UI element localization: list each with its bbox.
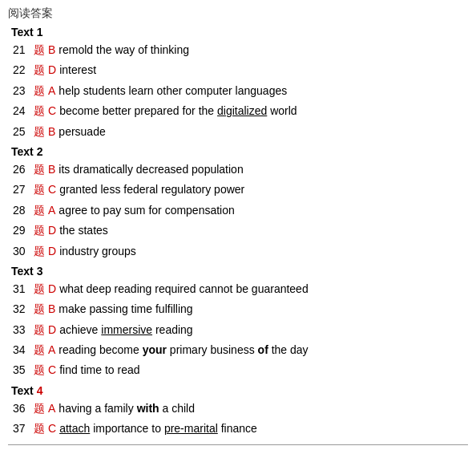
answer-num-21: 21 <box>13 41 34 59</box>
answer-content-35: find time to read <box>59 361 139 379</box>
answer-ti-33: 题 <box>34 322 45 339</box>
answer-letter-27: C <box>48 180 56 198</box>
answer-num-27: 27 <box>13 180 34 198</box>
answer-ti-28: 题 <box>34 202 45 220</box>
answer-num-32: 32 <box>13 300 34 318</box>
answer-num-33: 33 <box>13 321 34 339</box>
answer-num-31: 31 <box>13 280 34 298</box>
answer-ti-36: 题 <box>34 400 45 418</box>
answer-content-29: the states <box>59 221 108 239</box>
underline-immersive: immersive <box>101 323 152 336</box>
answer-content-27: granted less federal regulatory power <box>59 180 244 198</box>
answer-row-22: 22 题 D interest <box>8 60 468 80</box>
answer-num-23: 23 <box>13 82 34 99</box>
answer-content-22: interest <box>59 61 96 79</box>
answer-letter-32: B <box>48 300 55 318</box>
underline-premarital: pre-marital <box>164 422 218 435</box>
answer-ti-23: 题 <box>34 83 45 100</box>
answer-letter-36: A <box>48 399 55 417</box>
answer-row-28: 28 题 A agree to pay sum for compensation <box>8 201 468 221</box>
answer-row-33: 33 题 D achieve immersive reading <box>8 320 468 340</box>
bold-your: your <box>143 343 167 356</box>
answer-content-36: having a family with a child <box>58 399 195 417</box>
answer-num-36: 36 <box>13 399 34 417</box>
answer-letter-31: D <box>48 280 56 298</box>
page-container: 阅读答案 Text 1 21 题 B remold the way of thi… <box>8 6 468 450</box>
answer-num-22: 22 <box>13 61 34 79</box>
answer-content-21: remold the way of thinking <box>58 41 189 59</box>
answer-num-26: 26 <box>13 160 34 178</box>
answer-ti-21: 题 <box>34 42 45 59</box>
answer-letter-28: A <box>48 201 55 219</box>
section-text3: Text 3 31 题 D what deep reading required… <box>8 265 468 381</box>
answer-row-31: 31 题 D what deep reading required cannot… <box>8 279 468 299</box>
answer-content-25: persuade <box>58 123 105 140</box>
answer-row-23: 23 题 A help students learn other compute… <box>8 81 468 101</box>
answer-ti-31: 题 <box>34 281 45 298</box>
answer-row-29: 29 题 D the states <box>8 221 468 241</box>
answer-letter-24: C <box>48 102 56 120</box>
answer-num-37: 37 <box>13 420 34 437</box>
answer-ti-35: 题 <box>34 362 45 379</box>
section-text4: Text 4 36 题 A having a family with a chi… <box>8 384 468 440</box>
answer-ti-32: 题 <box>34 301 45 318</box>
answer-letter-21: B <box>48 41 55 59</box>
answer-ti-27: 题 <box>34 181 45 199</box>
answer-content-37: attach importance to pre-marital finance <box>59 420 257 437</box>
answer-row-36: 36 题 A having a family with a child <box>8 399 468 419</box>
answer-row-37: 37 题 C attach importance to pre-marital … <box>8 419 468 439</box>
text4-bold-num: 4 <box>37 384 43 397</box>
page-title: 阅读答案 <box>8 6 468 21</box>
answer-row-32: 32 题 B make passing time fulfilling <box>8 299 468 319</box>
answer-content-34: reading become your primary business of … <box>58 341 308 359</box>
section-label-text1: Text 1 <box>11 26 468 39</box>
answer-row-30: 30 题 D industry groups <box>8 241 468 261</box>
bold-of: of <box>258 343 268 356</box>
answer-letter-23: A <box>48 82 55 99</box>
section-label-text2: Text 2 <box>11 145 468 158</box>
answer-ti-22: 题 <box>34 62 45 79</box>
answer-ti-30: 题 <box>34 243 45 261</box>
answer-ti-25: 题 <box>34 124 45 141</box>
answer-content-32: make passing time fulfilling <box>58 300 192 318</box>
answer-ti-24: 题 <box>34 103 45 120</box>
answer-letter-34: A <box>48 341 55 359</box>
section-label-text4: Text 4 <box>11 384 468 397</box>
answer-row-26: 26 题 B its dramatically decreased popula… <box>8 160 468 180</box>
answer-letter-26: B <box>48 160 55 178</box>
answer-letter-37: C <box>48 420 56 437</box>
answer-letter-35: C <box>48 361 56 379</box>
answer-num-29: 29 <box>13 221 34 239</box>
answer-letter-25: B <box>48 123 55 140</box>
answer-letter-22: D <box>48 61 56 79</box>
answer-content-28: agree to pay sum for compensation <box>58 201 234 219</box>
underline-attach: attach <box>59 422 90 435</box>
answer-row-35: 35 题 C find time to read <box>8 360 468 380</box>
answer-ti-37: 题 <box>34 420 45 438</box>
answer-letter-29: D <box>48 221 56 239</box>
answer-content-30: industry groups <box>59 242 136 260</box>
answer-ti-26: 题 <box>34 161 45 179</box>
section-text2: Text 2 26 题 B its dramatically decreased… <box>8 145 468 261</box>
answer-content-33: achieve immersive reading <box>59 321 193 339</box>
answer-num-25: 25 <box>13 123 34 140</box>
answer-num-24: 24 <box>13 102 34 120</box>
answer-num-30: 30 <box>13 242 34 260</box>
answer-num-35: 35 <box>13 361 34 379</box>
answer-content-23: help students learn other computer langu… <box>58 82 287 99</box>
answer-row-24: 24 题 C become better prepared for the di… <box>8 101 468 121</box>
section-text1: Text 1 21 题 B remold the way of thinking… <box>8 26 468 142</box>
section-divider <box>8 444 468 445</box>
answer-row-21: 21 题 B remold the way of thinking <box>8 40 468 60</box>
answer-content-24: become better prepared for the digitaliz… <box>59 102 297 120</box>
answer-content-26: its dramatically decreased population <box>58 160 243 178</box>
answer-ti-29: 题 <box>34 222 45 240</box>
underline-digitalized: digitalized <box>217 104 267 117</box>
bold-with: with <box>137 402 159 415</box>
answer-row-27: 27 题 C granted less federal regulatory p… <box>8 180 468 200</box>
answer-row-34: 34 题 A reading become your primary busin… <box>8 340 468 360</box>
answer-num-28: 28 <box>13 201 34 219</box>
answer-letter-30: D <box>48 242 56 260</box>
answer-ti-34: 题 <box>34 342 45 359</box>
answer-content-31: what deep reading required cannot be gua… <box>59 280 309 298</box>
